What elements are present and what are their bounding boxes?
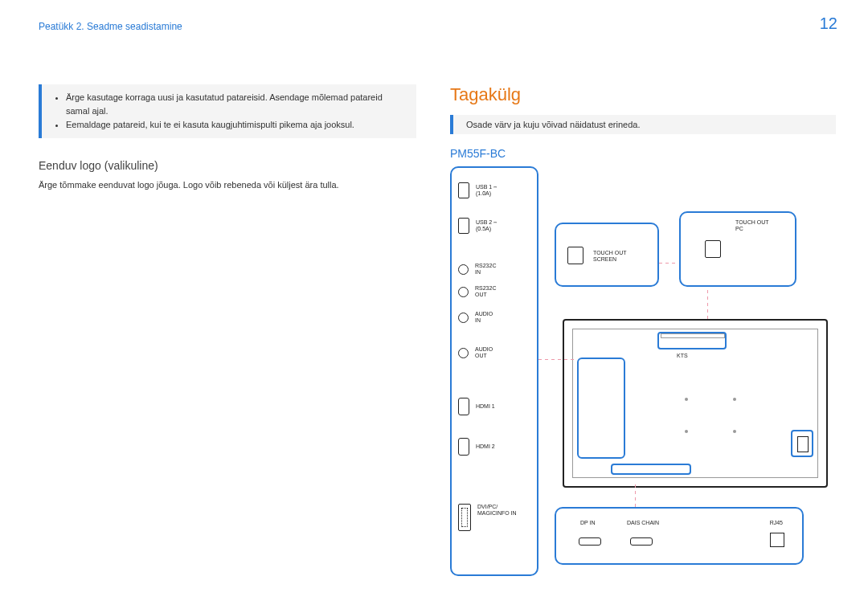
port-label: AUDIO OUT bbox=[475, 346, 493, 359]
highlight-box bbox=[611, 464, 691, 475]
caution-list: Ärge kasutage korraga uusi ja kasutatud … bbox=[39, 84, 416, 138]
dvi-icon bbox=[458, 504, 471, 531]
logo-paragraph: Ärge tõmmake eenduvat logo jõuga. Logo v… bbox=[39, 178, 416, 192]
leader-line bbox=[659, 263, 678, 264]
highlight-box bbox=[791, 430, 813, 457]
touch-screen-box: TOUCH OUT SCREEN bbox=[555, 223, 659, 287]
port-label: DVI/PC/ MAGICINFO IN bbox=[477, 504, 517, 517]
highlight-box bbox=[657, 332, 727, 349]
dp-icon bbox=[630, 537, 653, 546]
port-label: RS232C OUT bbox=[475, 285, 496, 298]
hdmi-icon bbox=[458, 398, 469, 415]
dp-icon bbox=[579, 537, 601, 546]
jack-icon bbox=[458, 264, 469, 275]
port-label: USB 2 ⎓ (0.5A) bbox=[476, 219, 497, 232]
tv-label: KTS bbox=[677, 353, 688, 359]
usb-b-icon bbox=[567, 247, 583, 264]
rj45-icon bbox=[770, 533, 784, 547]
port-rs-out: RS232C OUT bbox=[458, 285, 534, 298]
logo-subheading: Eenduv logo (valikuline) bbox=[39, 159, 416, 172]
port-label: HDMI 1 bbox=[476, 403, 495, 410]
dp-in-label: DP IN bbox=[580, 520, 596, 525]
jack-icon bbox=[458, 348, 469, 358]
tv-rear-outline: KTS bbox=[563, 319, 828, 488]
chapter-heading: Peatükk 2. Seadme seadistamine bbox=[39, 21, 182, 32]
section-title: Tagakülg bbox=[450, 84, 836, 105]
port-usb1: USB 1 ⎓ (1.0A) bbox=[458, 182, 534, 198]
port-strip: USB 1 ⎓ (1.0A) USB 2 ⎓ (0.5A) RS232C IN … bbox=[450, 166, 538, 576]
left-column: Ärge kasutage korraga uusi ja kasutatud … bbox=[39, 84, 416, 192]
usb-icon bbox=[458, 182, 469, 198]
jack-icon bbox=[458, 287, 469, 297]
port-label: AUDIO IN bbox=[475, 311, 493, 324]
touch-screen-label: TOUCH OUT SCREEN bbox=[593, 250, 626, 262]
touch-pc-label: TOUCH OUT PC bbox=[735, 219, 768, 231]
note-box: Osade värv ja kuju võivad näidatust erin… bbox=[450, 115, 836, 134]
model-label: PM55F-BC bbox=[450, 147, 836, 160]
port-label: HDMI 2 bbox=[476, 443, 495, 450]
port-dvi: DVI/PC/ MAGICINFO IN bbox=[458, 504, 534, 531]
leader-line bbox=[707, 287, 708, 319]
bullet-item: Ärge kasutage korraga uusi ja kasutatud … bbox=[66, 91, 407, 118]
port-hdmi1: HDMI 1 bbox=[458, 398, 534, 415]
usb-b-icon bbox=[705, 240, 721, 258]
port-audio-in: AUDIO IN bbox=[458, 311, 534, 324]
rj45-label: RJ45 bbox=[770, 520, 783, 525]
daisy-chain-label: DAIS CHAIN bbox=[627, 520, 659, 525]
port-label: RS232C IN bbox=[475, 263, 496, 276]
port-hdmi2: HDMI 2 bbox=[458, 438, 534, 456]
jack-icon bbox=[458, 313, 469, 323]
leader-line bbox=[538, 359, 577, 360]
port-audio-out: AUDIO OUT bbox=[458, 346, 534, 359]
bullet-item: Eemaldage patareid, kui te ei kasuta kau… bbox=[66, 118, 407, 132]
port-rs-in: RS232C IN bbox=[458, 263, 534, 276]
right-column: Tagakülg Osade värv ja kuju võivad näida… bbox=[450, 84, 836, 584]
rear-diagram: USB 1 ⎓ (1.0A) USB 2 ⎓ (0.5A) RS232C IN … bbox=[450, 166, 836, 584]
touch-pc-box: TOUCH OUT PC bbox=[679, 211, 796, 287]
page-number: 12 bbox=[820, 14, 837, 33]
bottom-port-box: DP IN DAIS CHAIN RJ45 bbox=[555, 507, 804, 565]
leader-line bbox=[635, 484, 636, 507]
hdmi-icon bbox=[458, 438, 469, 456]
port-usb2: USB 2 ⎓ (0.5A) bbox=[458, 218, 534, 234]
usb-icon bbox=[458, 218, 469, 234]
highlight-box bbox=[577, 358, 625, 459]
port-label: USB 1 ⎓ (1.0A) bbox=[476, 184, 497, 197]
